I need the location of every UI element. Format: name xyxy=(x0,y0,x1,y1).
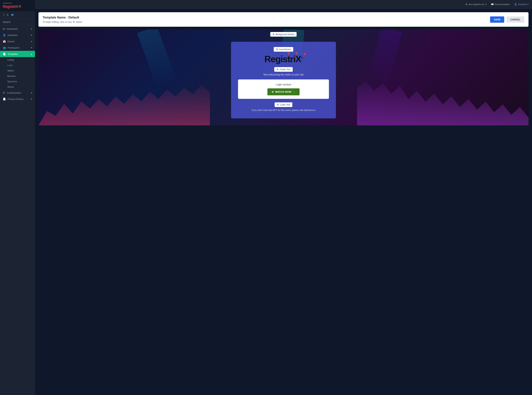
sidebar-item-label: Events xyxy=(7,40,15,43)
sidebar-item-label: Participants xyxy=(7,46,19,49)
sidebar-item-label: Dashboard xyxy=(7,27,18,30)
header-actions: SAVE CANCEL xyxy=(490,16,524,23)
server-label: dev.registrix.me xyxy=(469,3,484,5)
spotlight-1 xyxy=(137,29,176,87)
template-name: Template Name - Default xyxy=(43,16,82,19)
sidebar-item-watch[interactable]: Watch xyxy=(0,68,35,73)
crowd-left xyxy=(39,77,210,126)
sidebar-item-attendees[interactable]: 👤 Attendees ▾ xyxy=(0,32,35,38)
gear-icon: ⚙ xyxy=(272,91,274,93)
logo: RegistriX✕ xyxy=(3,4,21,9)
events-icon: 📅 xyxy=(3,40,6,43)
sidebar-item-label: Privacy Policies xyxy=(7,98,23,100)
sidebar-item-banners[interactable]: Banners xyxy=(0,73,35,79)
crowd-right xyxy=(357,73,528,125)
header-left: Template Name - Default To begin editing… xyxy=(43,16,82,23)
sidebar-item-templates[interactable]: 📄 Templates ▴ xyxy=(0,51,35,57)
main-content: 🖥 dev.registrix.me ▾ 📖 Documentation 👤 A… xyxy=(35,0,532,395)
facebook-icon[interactable]: f xyxy=(4,13,4,16)
nav-section: ⊞ Dashboard ▾ 👤 Attendees ▾ 📅 Events ▾ 👥 xyxy=(0,26,35,395)
person-icon: 👤 xyxy=(514,3,517,5)
sidebar-item-participants[interactable]: 👥 Participants ▾ xyxy=(0,44,35,51)
edit-hint: To begin editing, click on any ⚙ below xyxy=(43,20,82,23)
sidebar-item-listing[interactable]: Listing xyxy=(0,57,35,62)
sidebar-item-privacy[interactable]: 📄 Privacy Policies ▾ xyxy=(0,96,35,102)
watch-now-label: WATCH NOW xyxy=(275,90,291,93)
account-label: Account xyxy=(518,3,526,5)
logo-wordmark: RegistriX® xyxy=(264,55,303,64)
lower-badge-wrap: ⚙ Lower Text xyxy=(238,102,329,107)
privacy-icon: 📄 xyxy=(3,98,6,100)
template-preview: ⚙ Background Section ⚙ InnerSection xyxy=(39,29,528,125)
inner-section-badge[interactable]: ⚙ InnerSection xyxy=(274,47,293,52)
center-text-badge[interactable]: ⚙ Center Text xyxy=(274,67,293,72)
sidebar-item-dashboard[interactable]: ⊞ Dashboard ▾ xyxy=(0,26,35,32)
search-bar[interactable]: Search xyxy=(0,18,35,26)
login-box: Login section ⚙ WATCH NOW → xyxy=(238,79,329,99)
chevron-down-icon: ▾ xyxy=(486,3,487,5)
participants-icon: 👥 xyxy=(3,46,6,49)
account-menu[interactable]: 👤 Account ▾ xyxy=(514,3,528,5)
documentation-link[interactable]: 📖 Documentation xyxy=(491,3,510,5)
watch-label: Watch xyxy=(7,69,14,72)
server-icon: 🖥 xyxy=(465,3,468,5)
triangle-icon xyxy=(287,52,290,55)
search-label: Search xyxy=(3,21,11,23)
bg-section-label: Background Section xyxy=(276,33,294,36)
spotlight-3 xyxy=(367,29,402,88)
logo-area: POWERED BY RegistriX✕ xyxy=(0,0,35,11)
sidebar-item-label: Templates xyxy=(7,53,18,55)
linkedin-icon[interactable]: in xyxy=(7,13,9,16)
docs-label: Documentation xyxy=(495,3,510,5)
chevron-down-icon: ▾ xyxy=(527,3,528,5)
lower-text-badge[interactable]: ⚙ Lower Text xyxy=(274,102,292,107)
inner-section-label: InnerSection xyxy=(279,48,291,51)
triangle-icon-down xyxy=(303,52,306,55)
header-panel: Template Name - Default To begin editing… xyxy=(39,12,528,27)
triangle-icon xyxy=(295,52,298,55)
sidebar-item-label: Attendees xyxy=(7,34,18,37)
sidebar-item-label: Customization xyxy=(7,92,21,94)
lower-text-label: Lower Text xyxy=(280,104,290,106)
background-section-badge[interactable]: ⚙ Background Section xyxy=(270,32,297,37)
gear-icon: ⚙ xyxy=(276,48,278,51)
logo-powered-text: POWERED BY xyxy=(3,2,21,4)
sponsors-label: Sponsors xyxy=(7,80,17,83)
background-section: ⚙ Background Section ⚙ InnerSection xyxy=(39,29,528,125)
chevron-down-icon: ▾ xyxy=(31,46,32,49)
center-text-content: Text welcoming the visitor to your site xyxy=(238,73,329,76)
sidebar-item-stores[interactable]: Stores xyxy=(0,84,35,90)
cancel-button[interactable]: CANCEL xyxy=(506,16,524,23)
gear-icon: ⚙ xyxy=(276,68,279,71)
chevron-up-icon: ▴ xyxy=(31,53,32,55)
center-text-badge-wrap: ⚙ Center Text xyxy=(238,67,329,72)
login-section-label: Login section xyxy=(243,83,324,86)
lower-text-content: If you don't have the NFT for this event… xyxy=(238,109,329,111)
gear-icon: ⚙ xyxy=(73,20,75,23)
server-selector[interactable]: 🖥 dev.registrix.me ▾ xyxy=(465,3,487,5)
sidebar-item-login[interactable]: Login xyxy=(0,62,35,68)
gear-icon: ⚙ xyxy=(277,103,279,106)
book-icon: 📖 xyxy=(491,3,494,5)
templates-icon: 📄 xyxy=(3,53,6,55)
sidebar-item-events[interactable]: 📅 Events ▾ xyxy=(0,38,35,44)
chevron-down-icon: ▾ xyxy=(31,27,32,30)
sidebar-item-sponsors[interactable]: Sponsors xyxy=(0,79,35,84)
edit-hint-prefix: To begin editing, click on any xyxy=(43,21,72,23)
chevron-down-icon: ▾ xyxy=(31,40,32,43)
save-button[interactable]: SAVE xyxy=(490,16,504,23)
logo-triangles xyxy=(287,52,306,55)
watch-now-button[interactable]: ⚙ WATCH NOW → xyxy=(267,88,300,95)
banners-label: Banners xyxy=(7,75,16,77)
gear-icon: ⚙ xyxy=(273,33,274,36)
bg-badge-wrap: ⚙ Background Section xyxy=(270,32,297,37)
twitter-icon[interactable]: 🐦 xyxy=(11,13,14,16)
chevron-down-icon: ▾ xyxy=(31,92,32,94)
topbar: 🖥 dev.registrix.me ▾ 📖 Documentation 👤 A… xyxy=(35,0,532,9)
center-text-label: Center Text xyxy=(280,68,290,71)
listing-label: Listing xyxy=(7,59,14,61)
chevron-down-icon: ▾ xyxy=(31,34,32,37)
stores-label: Stores xyxy=(7,86,14,88)
sidebar-item-customization[interactable]: ⚙ Customization ▾ xyxy=(0,90,35,96)
customization-icon: ⚙ xyxy=(3,91,5,94)
